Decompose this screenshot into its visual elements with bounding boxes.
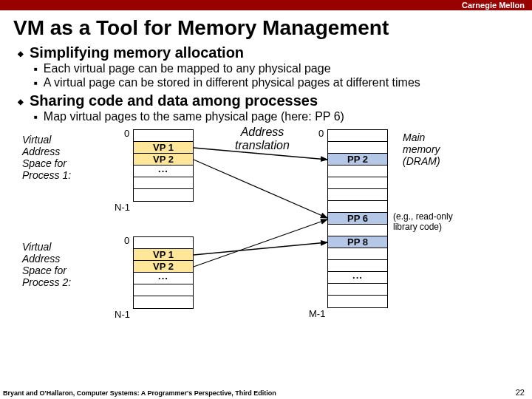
svg-line-1 [194, 160, 327, 218]
p1-zero: 0 [124, 128, 129, 139]
page-number: 22 [516, 388, 525, 397]
p2-vp2: VP 2 [134, 261, 193, 273]
mm-pp2: PP 2 [328, 154, 387, 166]
proc1-label: Virtual Address Space for Process 1: [22, 134, 71, 181]
p1-vp2: VP 2 [134, 154, 193, 166]
bullet-1b: A virtual page can be stored in differen… [34, 76, 532, 89]
p1-n1: N-1 [115, 202, 130, 213]
header-bar: Carnegie Mellon [0, 0, 532, 10]
p2-zero: 0 [124, 235, 129, 246]
mm-dots: ··· [328, 272, 387, 284]
svg-line-2 [194, 242, 327, 255]
mm-zero: 0 [318, 128, 324, 139]
p1-dots: ··· [134, 166, 193, 177]
bullet-1a: Each virtual page can be mapped to any p… [34, 62, 532, 75]
bullets: Simplifying memory allocation Each virtu… [18, 44, 532, 123]
mainmem-stack: PP 2 PP 6 PP 8 ··· [327, 129, 388, 308]
mm-m1: M-1 [309, 308, 325, 319]
proc1-stack: VP 1 VP 2 ··· [133, 129, 194, 202]
proc2-stack: VP 1 VP 2 ··· [133, 236, 194, 309]
readonly-note: (e.g., read-only library code) [393, 211, 453, 232]
bullet-2a: Map virtual pages to the same physical p… [34, 110, 532, 123]
bullet-2: Sharing code and data among processes [18, 92, 532, 109]
mainmem-label: Main memory (DRAM) [403, 132, 440, 167]
mm-pp6: PP 6 [328, 213, 387, 225]
footer-citation: Bryant and O'Hallaron, Computer Systems:… [3, 389, 276, 397]
p1-vp1: VP 1 [134, 142, 193, 154]
address-translation-label: Address translation [218, 126, 307, 151]
university-label: Carnegie Mellon [462, 1, 525, 10]
svg-line-3 [194, 219, 327, 267]
bullet-1: Simplifying memory allocation [18, 44, 532, 61]
p2-dots: ··· [134, 273, 193, 284]
p2-n1: N-1 [115, 309, 130, 320]
mm-pp8: PP 8 [328, 236, 387, 248]
page-title: VM as a Tool for Memory Management [13, 16, 532, 40]
diagram: Virtual Address Space for Process 1: 0 V… [0, 128, 510, 342]
proc2-label: Virtual Address Space for Process 2: [22, 241, 71, 288]
p2-vp1: VP 1 [134, 249, 193, 261]
